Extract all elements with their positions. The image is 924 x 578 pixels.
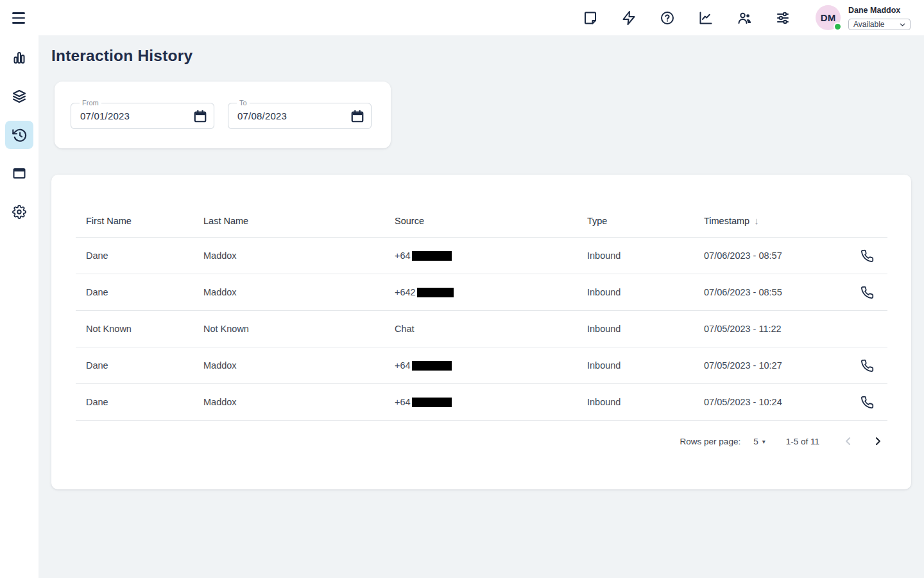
- call-button[interactable]: [857, 245, 877, 266]
- help-button[interactable]: [660, 10, 675, 26]
- sidebar-item-interaction-history[interactable]: [5, 121, 33, 149]
- call-button[interactable]: [857, 282, 877, 302]
- window-icon: [12, 166, 27, 181]
- sidebar-item-dashboard[interactable]: [5, 44, 33, 72]
- sidebar-item-settings[interactable]: [5, 198, 33, 226]
- to-calendar-button[interactable]: [350, 109, 364, 123]
- main-content: Interaction History From 07/01/2023 To 0…: [38, 35, 924, 578]
- sidebar-item-queues[interactable]: [5, 82, 33, 110]
- layers-icon: [12, 89, 27, 104]
- chevron-right-icon: [871, 435, 884, 448]
- source-cell: +64: [395, 360, 587, 371]
- from-date-value: 07/01/2023: [80, 103, 130, 128]
- menu-toggle-button[interactable]: [12, 10, 29, 26]
- redacted-number: [412, 251, 452, 261]
- table-header-row: First Name Last Name Source Type Timesta…: [76, 204, 887, 238]
- column-header-type: Type: [587, 216, 704, 226]
- redacted-number: [412, 398, 452, 407]
- help-icon: [660, 10, 675, 26]
- call-button[interactable]: [857, 355, 877, 376]
- sidebar: [0, 35, 38, 578]
- pagination: Rows per page: 5 ▾ 1-5 of 11: [76, 421, 887, 462]
- source-cell: Chat: [395, 324, 587, 334]
- source-cell: +642: [395, 287, 587, 298]
- sliders-icon: [775, 10, 791, 26]
- note-icon: [583, 10, 598, 26]
- user-name: Dane Maddox: [848, 6, 900, 15]
- to-date-input[interactable]: To 07/08/2023: [228, 103, 372, 129]
- note-button[interactable]: [583, 10, 598, 26]
- column-header-first-name: First Name: [86, 216, 203, 226]
- previous-page-button[interactable]: [840, 433, 857, 450]
- pagination-range: 1-5 of 11: [786, 437, 819, 446]
- bar-chart-icon: [12, 50, 27, 66]
- from-date-input[interactable]: From 07/01/2023: [71, 103, 214, 129]
- line-chart-icon: [698, 10, 714, 26]
- date-filter-card: From 07/01/2023 To 07/08/2023: [55, 82, 391, 148]
- presence-dot: [834, 22, 842, 31]
- rows-per-page-label: Rows per page:: [680, 437, 741, 446]
- lightning-icon: [621, 10, 637, 26]
- app-window: DM Dane Maddox Available: [0, 0, 924, 578]
- phone-icon: [860, 286, 874, 299]
- call-button[interactable]: [857, 392, 877, 412]
- phone-icon: [860, 249, 874, 263]
- from-calendar-button[interactable]: [193, 109, 207, 123]
- page-title: Interaction History: [51, 47, 193, 65]
- history-icon: [12, 127, 28, 143]
- interaction-table-card: First Name Last Name Source Type Timesta…: [51, 175, 911, 489]
- next-page-button[interactable]: [869, 433, 886, 450]
- source-cell: +64: [395, 397, 587, 408]
- people-icon: [737, 10, 752, 26]
- column-header-timestamp[interactable]: Timestamp↓: [704, 215, 857, 226]
- chevron-down-icon: [898, 21, 907, 29]
- table-row: Dane Maddox +64 Inbound 07/05/2023 - 10:…: [76, 347, 887, 384]
- interaction-table: First Name Last Name Source Type Timesta…: [76, 204, 887, 421]
- topbar-actions: [583, 0, 791, 35]
- avatar-initials: DM: [821, 12, 835, 23]
- calendar-icon: [350, 109, 364, 123]
- topbar: DM Dane Maddox Available: [0, 0, 924, 35]
- status-select[interactable]: Available: [848, 19, 911, 30]
- table-row: Dane Maddox +642 Inbound 07/06/2023 - 08…: [76, 274, 887, 311]
- table-row: Not Known Not Known Chat Inbound 07/05/2…: [76, 311, 887, 347]
- redacted-number: [412, 361, 452, 371]
- avatar[interactable]: DM: [816, 5, 841, 30]
- gear-icon: [12, 205, 26, 219]
- redacted-number: [417, 288, 454, 297]
- to-date-value: 07/08/2023: [237, 103, 287, 128]
- contacts-button[interactable]: [737, 10, 752, 26]
- source-cell: +64: [395, 250, 587, 261]
- status-value: Available: [853, 20, 884, 29]
- preferences-button[interactable]: [775, 10, 791, 26]
- phone-icon: [860, 396, 874, 409]
- table-row: Dane Maddox +64 Inbound 07/05/2023 - 10:…: [76, 384, 887, 421]
- sidebar-item-workspace[interactable]: [5, 159, 33, 188]
- phone-icon: [860, 359, 874, 372]
- column-header-source: Source: [395, 216, 587, 226]
- chevron-left-icon: [842, 435, 855, 448]
- hamburger-icon: [12, 12, 25, 13]
- sort-desc-icon: ↓: [754, 215, 759, 226]
- rows-per-page-select[interactable]: 5 ▾: [753, 437, 766, 446]
- analytics-button[interactable]: [698, 10, 714, 26]
- column-header-last-name: Last Name: [203, 216, 395, 226]
- dropdown-arrow-icon: ▾: [762, 438, 766, 445]
- quick-actions-button[interactable]: [621, 10, 637, 26]
- table-row: Dane Maddox +64 Inbound 07/06/2023 - 08:…: [76, 238, 887, 274]
- calendar-icon: [193, 109, 207, 123]
